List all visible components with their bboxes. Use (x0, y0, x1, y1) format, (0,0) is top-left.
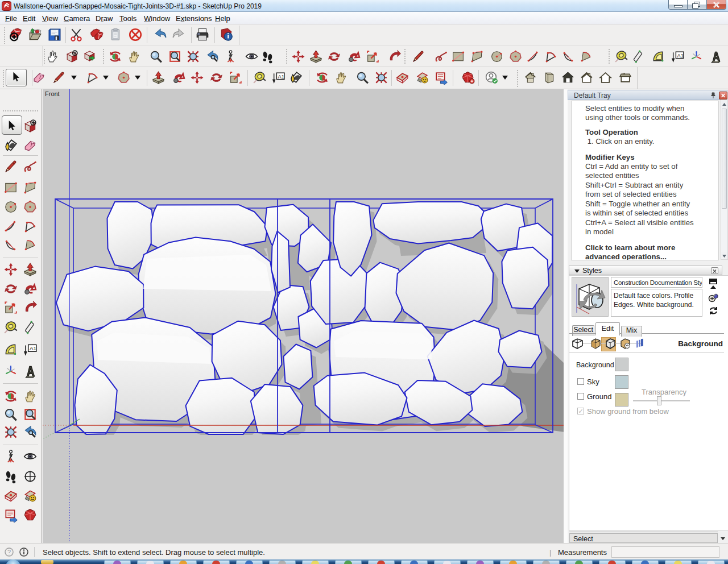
svg-text:?: ? (7, 549, 11, 555)
